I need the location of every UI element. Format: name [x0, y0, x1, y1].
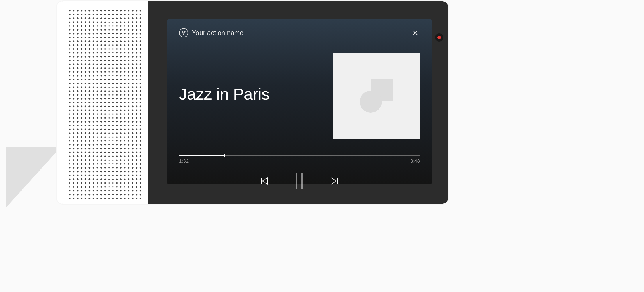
playback-controls [179, 173, 420, 189]
progress-handle[interactable] [224, 154, 225, 157]
image-placeholder-icon [359, 78, 394, 113]
recording-dot-icon [437, 36, 441, 39]
skip-previous-icon [259, 176, 270, 186]
elapsed-time: 1:32 [179, 158, 189, 164]
pause-button[interactable] [294, 173, 305, 189]
progress-bar[interactable] [179, 155, 420, 156]
device-shadow [6, 147, 61, 208]
device-screen: Your action name Jazz in Paris [148, 1, 448, 204]
next-button[interactable] [329, 176, 340, 186]
speaker-panel [57, 1, 148, 204]
media-player-card: Your action name Jazz in Paris [167, 19, 432, 184]
content-row: Jazz in Paris [179, 53, 420, 139]
smart-display-device: Your action name Jazz in Paris [57, 1, 448, 204]
header-left: Your action name [179, 28, 244, 37]
total-time: 3:48 [410, 158, 420, 164]
pause-icon [294, 173, 305, 189]
player-header: Your action name [179, 28, 420, 38]
skip-next-icon [329, 176, 340, 186]
action-name-label: Your action name [192, 29, 244, 37]
time-row: 1:32 3:48 [179, 158, 420, 164]
app-logo-icon [179, 28, 188, 37]
svg-marker-3 [262, 178, 268, 184]
close-button[interactable] [411, 28, 420, 37]
progress-fill [179, 155, 224, 156]
svg-marker-6 [331, 178, 336, 184]
close-icon [412, 30, 418, 36]
progress-section: 1:32 3:48 [179, 155, 420, 164]
speaker-grille [68, 9, 141, 199]
status-indicator [435, 33, 443, 42]
previous-button[interactable] [259, 176, 270, 186]
album-art [333, 53, 420, 139]
track-title: Jazz in Paris [179, 85, 269, 103]
